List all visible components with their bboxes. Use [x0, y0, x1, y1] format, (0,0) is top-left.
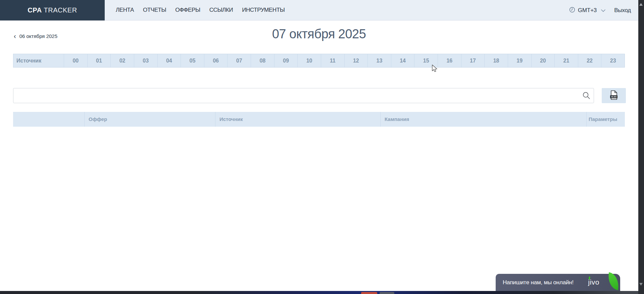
brand-logo-rest: TRACKER — [44, 6, 77, 14]
jivo-chat-widget[interactable]: Напишите нам, мы онлайн! jivo — [496, 274, 620, 291]
jivo-leaf-icon — [606, 272, 621, 290]
brand-logo[interactable]: CPA TRACKER — [0, 0, 105, 20]
hour-column-header[interactable]: 11 — [321, 54, 344, 67]
xlsx-file-icon: XLSX — [609, 90, 618, 101]
hour-column-header[interactable]: 02 — [110, 54, 134, 67]
hour-column-header[interactable]: 06 — [204, 54, 228, 67]
hours-source-column-header: Источник — [13, 54, 64, 67]
page-title-wrap: 07 октября 2025 — [13, 27, 625, 41]
main-menu: ЛЕНТАОТЧЕТЫОФФЕРЫССЫЛКИИНСТРУМЕНТЫ — [105, 7, 285, 13]
hour-column-header[interactable]: 18 — [484, 54, 508, 67]
main-menu-item[interactable]: ИНСТРУМЕНТЫ — [242, 7, 285, 13]
jivo-logo: jivo — [588, 278, 599, 286]
background-window-edge — [0, 291, 644, 294]
hour-column-header[interactable]: 04 — [157, 54, 181, 67]
svg-text:XLSX: XLSX — [611, 95, 617, 98]
background-window-gray-button — [380, 292, 394, 294]
data-table-column-header: Источник — [215, 112, 380, 127]
timezone-selector[interactable]: GMT+3 — [569, 6, 605, 14]
logout-link[interactable]: Выход — [614, 7, 631, 14]
hour-column-header[interactable]: 19 — [508, 54, 531, 67]
chevron-down-icon — [601, 7, 605, 13]
hour-column-header[interactable]: 10 — [297, 54, 321, 67]
data-table-column-header: Параметры — [586, 112, 625, 127]
data-table-header: ОфферИсточникКампанияПараметры — [13, 112, 625, 127]
hours-header-table: Источник 0001020304050607080910111213141… — [13, 54, 625, 68]
hour-column-header[interactable]: 08 — [251, 54, 274, 67]
hour-column-header[interactable]: 12 — [344, 54, 368, 67]
hour-column-header[interactable]: 20 — [531, 54, 555, 67]
background-window-red-button — [361, 292, 377, 294]
search-input[interactable] — [13, 88, 594, 103]
main-menu-item[interactable]: ССЫЛКИ — [209, 7, 233, 13]
top-navigation-bar: CPA TRACKER ЛЕНТАОТЧЕТЫОФФЕРЫССЫЛКИИНСТР… — [0, 0, 644, 20]
search-box — [13, 88, 594, 103]
hour-column-header[interactable]: 09 — [274, 54, 298, 67]
hour-column-header[interactable]: 21 — [554, 54, 578, 67]
main-menu-item[interactable]: ОТЧЕТЫ — [143, 7, 166, 13]
hour-column-header[interactable]: 01 — [87, 54, 111, 67]
timezone-label: GMT+3 — [578, 7, 597, 14]
search-icon[interactable] — [582, 91, 591, 101]
scrollbar-down-arrow-icon[interactable] — [639, 283, 643, 286]
chat-message: Напишите нам, мы онлайн! — [496, 279, 574, 286]
vertical-scrollbar[interactable] — [638, 0, 644, 294]
main-menu-item[interactable]: ЛЕНТА — [116, 7, 134, 13]
hour-column-header[interactable]: 14 — [391, 54, 414, 67]
main-menu-item[interactable]: ОФФЕРЫ — [175, 7, 200, 13]
hour-column-header[interactable]: 03 — [134, 54, 157, 67]
scrollbar-up-arrow-icon[interactable] — [639, 3, 643, 6]
hour-column-header[interactable]: 13 — [367, 54, 391, 67]
hour-column-header[interactable]: 07 — [227, 54, 251, 67]
hour-column-header[interactable]: 05 — [181, 54, 204, 67]
hours-cells: 0001020304050607080910111213141516171819… — [64, 54, 625, 67]
topbar-right-cluster: GMT+3 Выход — [569, 0, 631, 20]
hour-column-header[interactable]: 00 — [64, 54, 87, 67]
page-title: 07 октября 2025 — [272, 27, 366, 41]
hour-column-header[interactable]: 15 — [414, 54, 438, 67]
hour-column-header[interactable]: 22 — [578, 54, 601, 67]
brand-logo-bold: CPA — [28, 6, 42, 14]
clock-icon — [569, 6, 576, 14]
data-table-column-header — [13, 112, 84, 127]
data-table-column-header: Кампания — [380, 112, 586, 127]
export-xlsx-button[interactable]: XLSX — [602, 88, 626, 103]
hour-column-header[interactable]: 17 — [461, 54, 485, 67]
hour-column-header[interactable]: 16 — [438, 54, 461, 67]
hour-column-header[interactable]: 23 — [601, 54, 625, 67]
page: CPA TRACKER ЛЕНТАОТЧЕТЫОФФЕРЫССЫЛКИИНСТР… — [0, 0, 644, 294]
data-table-column-header: Оффер — [84, 112, 215, 127]
